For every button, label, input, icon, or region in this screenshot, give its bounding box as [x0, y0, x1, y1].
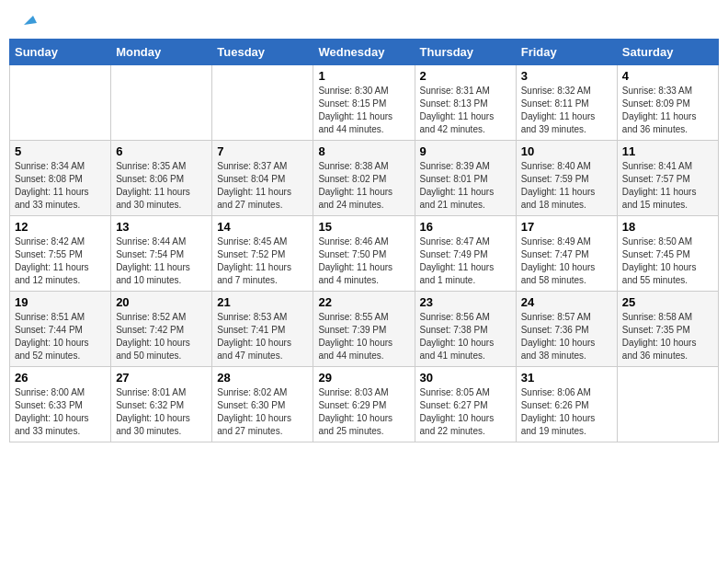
- day-info: Sunrise: 8:37 AMSunset: 8:04 PMDaylight:…: [217, 160, 308, 212]
- calendar-cell: [111, 65, 212, 141]
- calendar-cell: 8Sunrise: 8:38 AMSunset: 8:02 PMDaylight…: [313, 141, 415, 216]
- day-number: 14: [217, 220, 308, 234]
- day-number: 31: [521, 371, 612, 385]
- day-number: 12: [15, 220, 106, 234]
- svg-marker-0: [24, 16, 37, 25]
- day-number: 6: [116, 144, 207, 158]
- day-header-saturday: Saturday: [617, 40, 718, 65]
- calendar-cell: 16Sunrise: 8:47 AMSunset: 7:49 PMDayligh…: [415, 216, 516, 292]
- calendar-cell: 17Sunrise: 8:49 AMSunset: 7:47 PMDayligh…: [516, 216, 617, 292]
- calendar-cell: 26Sunrise: 8:00 AMSunset: 6:33 PMDayligh…: [10, 367, 111, 442]
- day-header-tuesday: Tuesday: [212, 40, 313, 65]
- day-info: Sunrise: 8:31 AMSunset: 8:13 PMDaylight:…: [420, 85, 511, 136]
- day-info: Sunrise: 8:01 AMSunset: 6:32 PMDaylight:…: [116, 386, 207, 438]
- day-number: 10: [521, 144, 612, 158]
- day-header-friday: Friday: [516, 40, 617, 65]
- day-header-monday: Monday: [111, 40, 212, 65]
- day-number: 30: [420, 371, 511, 385]
- day-number: 8: [318, 144, 409, 158]
- calendar-cell: 18Sunrise: 8:50 AMSunset: 7:45 PMDayligh…: [617, 216, 718, 292]
- calendar-cell: 22Sunrise: 8:55 AMSunset: 7:39 PMDayligh…: [313, 292, 415, 367]
- day-info: Sunrise: 8:57 AMSunset: 7:36 PMDaylight:…: [521, 311, 612, 362]
- day-info: Sunrise: 8:42 AMSunset: 7:55 PMDaylight:…: [15, 236, 106, 287]
- calendar-cell: 23Sunrise: 8:56 AMSunset: 7:38 PMDayligh…: [415, 292, 516, 367]
- week-row-3: 12Sunrise: 8:42 AMSunset: 7:55 PMDayligh…: [10, 216, 719, 292]
- day-info: Sunrise: 8:49 AMSunset: 7:47 PMDaylight:…: [521, 236, 612, 287]
- calendar-cell: 14Sunrise: 8:45 AMSunset: 7:52 PMDayligh…: [212, 216, 313, 292]
- day-info: Sunrise: 8:56 AMSunset: 7:38 PMDaylight:…: [420, 311, 511, 362]
- calendar-cell: 4Sunrise: 8:33 AMSunset: 8:09 PMDaylight…: [617, 65, 718, 141]
- day-number: 5: [15, 144, 106, 158]
- day-header-thursday: Thursday: [415, 40, 516, 65]
- day-number: 16: [420, 220, 511, 234]
- week-row-1: 1Sunrise: 8:30 AMSunset: 8:15 PMDaylight…: [10, 65, 719, 141]
- calendar-cell: 11Sunrise: 8:41 AMSunset: 7:57 PMDayligh…: [617, 141, 718, 216]
- day-number: 13: [116, 220, 207, 234]
- day-header-sunday: Sunday: [10, 40, 111, 65]
- day-number: 22: [318, 295, 409, 309]
- calendar-cell: 5Sunrise: 8:34 AMSunset: 8:08 PMDaylight…: [10, 141, 111, 216]
- calendar-cell: 7Sunrise: 8:37 AMSunset: 8:04 PMDaylight…: [212, 141, 313, 216]
- day-number: 21: [217, 295, 308, 309]
- day-number: 19: [15, 295, 106, 309]
- calendar-cell: 20Sunrise: 8:52 AMSunset: 7:42 PMDayligh…: [111, 292, 212, 367]
- day-number: 11: [622, 144, 713, 158]
- day-number: 24: [521, 295, 612, 309]
- calendar-cell: 29Sunrise: 8:03 AMSunset: 6:29 PMDayligh…: [313, 367, 415, 442]
- day-number: 17: [521, 220, 612, 234]
- day-number: 7: [217, 144, 308, 158]
- calendar-cell: 27Sunrise: 8:01 AMSunset: 6:32 PMDayligh…: [111, 367, 212, 442]
- day-info: Sunrise: 8:03 AMSunset: 6:29 PMDaylight:…: [318, 386, 409, 438]
- day-number: 4: [622, 69, 713, 83]
- week-row-2: 5Sunrise: 8:34 AMSunset: 8:08 PMDaylight…: [10, 141, 719, 216]
- day-info: Sunrise: 8:38 AMSunset: 8:02 PMDaylight:…: [318, 160, 409, 212]
- calendar-cell: [212, 65, 313, 141]
- calendar-cell: 1Sunrise: 8:30 AMSunset: 8:15 PMDaylight…: [313, 65, 415, 141]
- calendar-body: 1Sunrise: 8:30 AMSunset: 8:15 PMDaylight…: [10, 65, 719, 442]
- calendar-cell: 6Sunrise: 8:35 AMSunset: 8:06 PMDaylight…: [111, 141, 212, 216]
- calendar-cell: [10, 65, 111, 141]
- day-info: Sunrise: 8:47 AMSunset: 7:49 PMDaylight:…: [420, 236, 511, 287]
- week-row-5: 26Sunrise: 8:00 AMSunset: 6:33 PMDayligh…: [10, 367, 719, 442]
- day-header-wednesday: Wednesday: [313, 40, 415, 65]
- logo-icon: [20, 10, 37, 27]
- calendar-cell: 25Sunrise: 8:58 AMSunset: 7:35 PMDayligh…: [617, 292, 718, 367]
- day-number: 23: [420, 295, 511, 309]
- day-info: Sunrise: 8:05 AMSunset: 6:27 PMDaylight:…: [420, 386, 511, 438]
- day-number: 20: [116, 295, 207, 309]
- calendar-cell: [617, 367, 718, 442]
- header: [9, 9, 719, 29]
- day-number: 25: [622, 295, 713, 309]
- calendar-cell: 9Sunrise: 8:39 AMSunset: 8:01 PMDaylight…: [415, 141, 516, 216]
- day-info: Sunrise: 8:51 AMSunset: 7:44 PMDaylight:…: [15, 311, 106, 362]
- day-info: Sunrise: 8:00 AMSunset: 6:33 PMDaylight:…: [15, 386, 106, 438]
- day-info: Sunrise: 8:55 AMSunset: 7:39 PMDaylight:…: [318, 311, 409, 362]
- calendar-cell: 2Sunrise: 8:31 AMSunset: 8:13 PMDaylight…: [415, 65, 516, 141]
- day-number: 26: [15, 371, 106, 385]
- day-info: Sunrise: 8:53 AMSunset: 7:41 PMDaylight:…: [217, 311, 308, 362]
- calendar: SundayMondayTuesdayWednesdayThursdayFrid…: [9, 39, 719, 442]
- day-info: Sunrise: 8:52 AMSunset: 7:42 PMDaylight:…: [116, 311, 207, 362]
- day-number: 2: [420, 69, 511, 83]
- day-number: 27: [116, 371, 207, 385]
- day-info: Sunrise: 8:32 AMSunset: 8:11 PMDaylight:…: [521, 85, 612, 136]
- day-info: Sunrise: 8:45 AMSunset: 7:52 PMDaylight:…: [217, 236, 308, 287]
- calendar-cell: 10Sunrise: 8:40 AMSunset: 7:59 PMDayligh…: [516, 141, 617, 216]
- day-number: 3: [521, 69, 612, 83]
- day-info: Sunrise: 8:39 AMSunset: 8:01 PMDaylight:…: [420, 160, 511, 212]
- day-info: Sunrise: 8:06 AMSunset: 6:26 PMDaylight:…: [521, 386, 612, 438]
- day-number: 28: [217, 371, 308, 385]
- logo: [18, 14, 37, 25]
- day-info: Sunrise: 8:41 AMSunset: 7:57 PMDaylight:…: [622, 160, 713, 212]
- day-info: Sunrise: 8:46 AMSunset: 7:50 PMDaylight:…: [318, 236, 409, 287]
- day-info: Sunrise: 8:33 AMSunset: 8:09 PMDaylight:…: [622, 85, 713, 136]
- day-info: Sunrise: 8:50 AMSunset: 7:45 PMDaylight:…: [622, 236, 713, 287]
- day-info: Sunrise: 8:58 AMSunset: 7:35 PMDaylight:…: [622, 311, 713, 362]
- day-info: Sunrise: 8:35 AMSunset: 8:06 PMDaylight:…: [116, 160, 207, 212]
- calendar-cell: 21Sunrise: 8:53 AMSunset: 7:41 PMDayligh…: [212, 292, 313, 367]
- day-number: 15: [318, 220, 409, 234]
- calendar-header-row: SundayMondayTuesdayWednesdayThursdayFrid…: [10, 40, 719, 65]
- day-info: Sunrise: 8:40 AMSunset: 7:59 PMDaylight:…: [521, 160, 612, 212]
- day-info: Sunrise: 8:34 AMSunset: 8:08 PMDaylight:…: [15, 160, 106, 212]
- calendar-cell: 3Sunrise: 8:32 AMSunset: 8:11 PMDaylight…: [516, 65, 617, 141]
